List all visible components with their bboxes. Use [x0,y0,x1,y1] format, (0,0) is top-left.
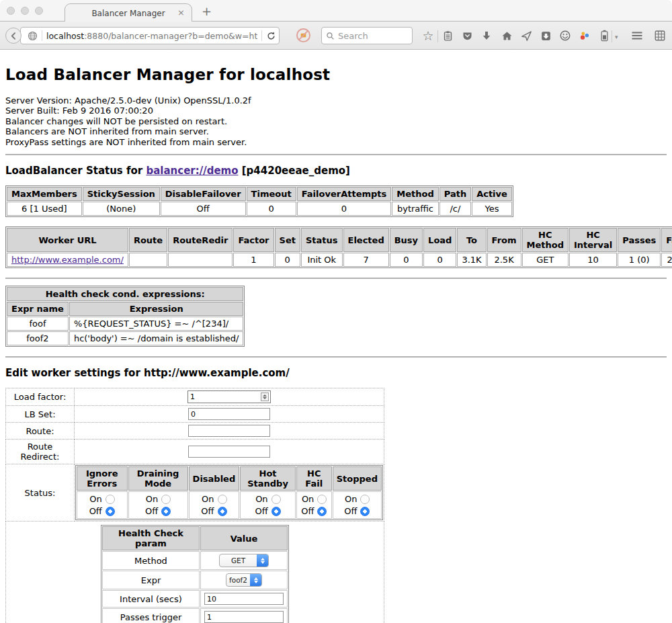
tab-close-icon[interactable]: × [177,8,185,17]
page-title: Load Balancer Manager for localhost [5,50,667,83]
form-row-status: Status: Ignore Errors Draining Mode Disa… [6,464,384,522]
column-header: Expression [69,302,244,316]
new-tab-button[interactable]: + [202,4,212,18]
notice-line: Balancers are NOT inherited from main se… [5,126,667,136]
form-row-route: Route: [6,423,384,440]
window-controls [7,7,43,15]
ignore-errors-on-radio[interactable] [106,495,115,504]
edit-worker-heading: Edit worker settings for http://www.exam… [5,367,667,379]
url-bar[interactable]: localhost:8880/balancer-manager?b=demo&w… [20,27,280,44]
load-factor-input[interactable] [187,390,271,403]
column-header: Worker URL [7,228,128,252]
url-text[interactable]: localhost:8880/balancer-manager?b=demo&w… [46,31,257,41]
balancer-link[interactable]: balancer://demo [146,165,238,177]
hc-fail-on-radio[interactable] [317,495,327,504]
cell-timeout: 0 [247,202,296,216]
navigation-toolbar: localhost:8880/balancer-manager?b=demo&w… [0,22,672,50]
disabled-on-radio[interactable] [218,495,227,504]
route-redirect-input[interactable] [188,446,270,458]
method-select[interactable]: GET [219,554,269,567]
number-stepper[interactable] [261,392,269,401]
cell-expression: %{REQUEST_STATUS} =~ /^[234]/ [69,317,244,331]
home-icon[interactable] [500,29,513,42]
hc-param-label: Interval (secs) [102,590,200,608]
column-header: Load [423,228,456,252]
cell-factor: 1 [233,253,274,267]
minimize-window-button[interactable] [21,7,29,15]
radio-label: On [145,494,158,504]
worker-table: Worker URL Route RouteRedir Factor Set S… [5,226,672,268]
bookmark-star-icon[interactable]: ☆ [421,29,435,42]
radio-label: On [301,494,314,504]
cell-status: Init Ok [301,253,343,267]
urlbar-divider2 [261,30,262,41]
draining-mode-on-radio[interactable] [161,495,171,504]
menu-icon[interactable] [630,29,644,42]
cell-set: 0 [275,253,300,267]
hc-fail-off-radio[interactable] [317,507,327,516]
column-header: Method [392,187,438,201]
page-content: Load Balancer Manager for localhost Serv… [0,50,672,623]
browser-tab[interactable]: Balancer Manager × [65,3,192,22]
table-row: foof %{REQUEST_STATUS} =~ /^[234]/ [7,317,243,331]
chevron-down-icon[interactable]: ▾ [615,34,618,40]
toolbar-divider2 [612,30,612,42]
back-arrow-icon [9,32,18,40]
download-panel-icon[interactable] [539,29,552,42]
zoom-window-button[interactable] [35,7,43,15]
worker-url-link[interactable]: http://www.example.com/ [11,255,124,265]
status-cell-hc-fail: OnOff [296,491,332,519]
column-header: FailoverAttempts [297,187,392,201]
column-header: HC Fail [296,466,332,491]
plugin-blocked-icon[interactable] [296,28,311,43]
route-input[interactable] [188,425,270,437]
pocket-icon[interactable] [460,29,474,42]
cell-expr-name: foof2 [7,331,69,345]
stopped-on-radio[interactable] [360,495,370,504]
battery-extension-icon[interactable] [597,29,611,42]
balancer-heading: LoadBalancer Status for balancer://demo … [5,165,667,177]
interval-input[interactable] [204,593,284,605]
form-row-lb-set: LB Set: [6,406,384,423]
back-button[interactable] [5,28,22,44]
feedback-smiley-icon[interactable] [558,29,572,42]
urlbar-divider [42,30,42,41]
draining-mode-off-radio[interactable] [161,507,171,516]
cell-stickysession: (None) [83,202,160,216]
reload-icon[interactable] [266,31,276,41]
hot-standby-off-radio[interactable] [271,507,281,516]
expr-select-value: foof2 [226,574,250,586]
status-cell-ignore-errors: OnOff [77,491,128,519]
form-row-health-check: Health Check param Value Method GET Expr… [6,522,384,623]
cell-active: Yes [472,202,512,216]
close-window-button[interactable] [7,7,15,15]
lb-set-input[interactable] [188,408,270,420]
expr-select[interactable]: foof2 [226,573,262,587]
load-factor-field-wrap [187,390,271,403]
table-row: 6 [1 Used] (None) Off 0 0 bytraffic /c/ … [7,202,512,216]
reading-list-icon[interactable] [441,29,454,42]
cell-expr-name: foof [7,317,69,331]
select-arrows-icon [257,554,268,567]
column-header: Ignore Errors [77,466,128,491]
ignore-errors-off-radio[interactable] [106,507,115,516]
radio-label: Off [89,506,102,516]
disabled-off-radio[interactable] [218,507,227,516]
apps-grid-icon[interactable] [653,29,667,42]
colored-dots-extension-icon[interactable] [578,29,591,42]
send-icon[interactable] [519,29,533,42]
downloads-icon[interactable] [480,29,493,42]
passes-trigger-input[interactable] [204,611,284,623]
cell-hc-method: GET [522,253,569,267]
radio-label: Off [344,506,357,516]
cell-disablefailover: Off [161,202,246,216]
stopped-off-radio[interactable] [360,507,370,516]
hot-standby-on-radio[interactable] [271,495,281,504]
hc-param-label: Method [102,551,200,570]
column-header: Draining Mode [128,466,188,491]
search-bar[interactable] [321,27,413,44]
column-header: Expr name [7,302,69,316]
search-input[interactable] [338,31,398,41]
table-row: http://www.example.com/ 1 0 Init Ok 7 0 … [7,253,672,267]
form-row-load-factor: Load factor: [6,388,384,406]
